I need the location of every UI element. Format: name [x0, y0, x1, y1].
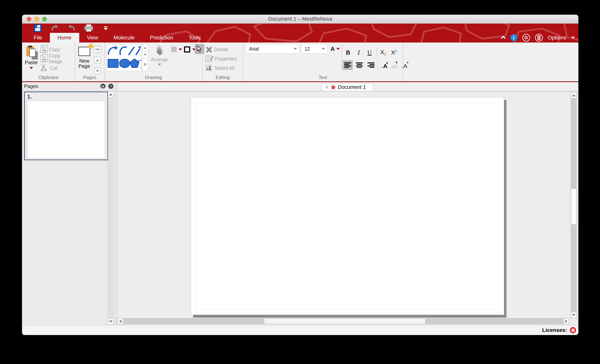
align-left-button[interactable]: [343, 60, 353, 70]
italic-button[interactable]: I: [355, 48, 363, 57]
print-button[interactable]: [84, 24, 93, 32]
save-button[interactable]: [33, 24, 42, 32]
scroll-down-button[interactable]: [571, 312, 576, 318]
collapse-ribbon-icon[interactable]: [501, 36, 505, 40]
page-number: 1.: [27, 94, 32, 100]
app-window: Document 1 – MestReNova: [22, 15, 578, 335]
properties-button[interactable]: Properties: [206, 54, 243, 63]
tab-tools[interactable]: Tools: [181, 33, 209, 43]
tab-home[interactable]: Home: [50, 33, 79, 43]
close-tab-icon[interactable]: ×: [325, 84, 328, 90]
horizontal-scroll-thumb[interactable]: [264, 318, 425, 324]
pages-panel: Pages × 1.: [22, 82, 115, 325]
new-page-label-line2: Page: [78, 64, 90, 69]
tab-molecule[interactable]: Molecule: [106, 33, 142, 43]
bold-button[interactable]: B: [344, 48, 352, 57]
float-panel-icon[interactable]: [100, 84, 105, 89]
arrange-caret-icon: [158, 64, 161, 65]
page-thumbnail[interactable]: [27, 101, 105, 158]
options-button[interactable]: Options: [548, 35, 567, 41]
licenses-icon[interactable]: [535, 34, 543, 42]
gallery-scroll-down-button[interactable]: [142, 51, 148, 58]
window-title: Document 1 – MestReNova: [22, 16, 578, 22]
tab-prediction[interactable]: Prediction: [142, 33, 181, 43]
copy-image-icon: [40, 55, 46, 62]
pages-panel-header: Pages ×: [22, 82, 115, 90]
align-center-icon: [356, 62, 363, 68]
pages-scroll-down-button[interactable]: [108, 318, 113, 325]
select-all-label: Select All: [215, 65, 234, 71]
save-icon: [34, 24, 42, 32]
document-tab[interactable]: × n Document 1: [322, 83, 373, 91]
group-clipboard: Paste Copy Copy Image Cut: [22, 43, 75, 81]
drawing-group-label: Drawing: [105, 75, 202, 80]
vertical-scrollbar[interactable]: [571, 92, 577, 318]
font-size-select[interactable]: 12: [301, 44, 328, 54]
select-all-icon: [206, 65, 212, 71]
document-tab-label: Document 1: [338, 84, 366, 90]
group-text: Arial 12 A B I U X2: [243, 43, 403, 81]
page-item-1[interactable]: 1.: [24, 91, 108, 160]
arrange-button[interactable]: Arrange: [151, 45, 168, 65]
copy-label: Copy: [49, 47, 60, 52]
delete-button[interactable]: Delete: [206, 45, 243, 54]
subscript-button[interactable]: X2: [379, 48, 387, 57]
font-size-caret-icon: [322, 48, 325, 50]
document-page[interactable]: [191, 97, 504, 315]
horizontal-scrollbar[interactable]: [117, 318, 569, 324]
paste-dropdown-icon[interactable]: [29, 67, 33, 69]
customize-toolbar-button[interactable]: [101, 24, 110, 32]
ribbon-header: File Home View Molecule Prediction Tools…: [22, 24, 578, 43]
font-size-value: 12: [304, 46, 310, 52]
scroll-right-button[interactable]: [563, 318, 569, 324]
gallery-expand-button[interactable]: [142, 58, 148, 71]
gallery-scroll: [142, 45, 148, 71]
reset-font-button[interactable]: AA×: [400, 61, 408, 69]
align-right-button[interactable]: [366, 60, 376, 70]
font-family-value: Arial: [249, 46, 259, 52]
tab-view[interactable]: View: [79, 33, 106, 43]
page-margin-guide: [196, 102, 499, 310]
titlebar: Document 1 – MestReNova: [22, 15, 578, 24]
canvas-area: × n Document 1: [117, 82, 578, 325]
cut-button[interactable]: Cut: [40, 63, 75, 73]
license-error-icon[interactable]: [570, 327, 576, 333]
new-page-label-line1: New: [78, 58, 90, 64]
increase-font-button[interactable]: AA▲: [379, 61, 389, 69]
document-canvas[interactable]: [117, 91, 578, 325]
group-editing: Delete Properties Select All Editing: [203, 43, 243, 81]
select-all-button[interactable]: Select All: [206, 63, 243, 73]
pages-scroll-up-button[interactable]: [108, 91, 113, 97]
pages-scrollbar[interactable]: [108, 91, 114, 325]
copy-image-button[interactable]: Copy Image: [40, 54, 75, 63]
move-page-down-button[interactable]: [94, 68, 101, 74]
info-icon[interactable]: i: [510, 34, 517, 41]
align-center-button[interactable]: [354, 60, 364, 70]
redo-button[interactable]: [67, 24, 76, 32]
decrease-font-button[interactable]: AA▼: [390, 61, 398, 69]
font-color-button[interactable]: A: [330, 46, 340, 52]
gallery-scroll-up-button[interactable]: [142, 45, 148, 51]
undo-button[interactable]: [50, 24, 59, 32]
options-caret-icon[interactable]: [572, 37, 575, 39]
fill-color-button[interactable]: [171, 47, 182, 52]
delete-label: Delete: [214, 47, 228, 52]
settings-gear-icon[interactable]: ⚙: [522, 34, 530, 42]
title-textbox-button[interactable]: Title: [94, 46, 101, 53]
drawing-shapes-gallery[interactable]: T: [107, 45, 142, 71]
panel-splitter[interactable]: [115, 82, 117, 325]
close-panel-icon[interactable]: ×: [108, 84, 113, 89]
tab-file[interactable]: File: [26, 33, 50, 43]
font-family-select[interactable]: Arial: [246, 44, 300, 54]
stroke-color-button[interactable]: [184, 46, 196, 53]
editing-group-label: Editing: [203, 75, 243, 80]
superscript-button[interactable]: X2: [390, 48, 398, 57]
scroll-left-button[interactable]: [118, 318, 123, 324]
underline-button[interactable]: U: [365, 48, 374, 57]
quick-access-toolbar: [22, 24, 578, 33]
font-family-caret-icon: [294, 48, 297, 50]
copy-button[interactable]: Copy: [40, 45, 75, 54]
vertical-scroll-thumb[interactable]: [571, 189, 576, 225]
scroll-up-button[interactable]: [571, 92, 576, 98]
move-page-up-button[interactable]: [94, 57, 101, 63]
